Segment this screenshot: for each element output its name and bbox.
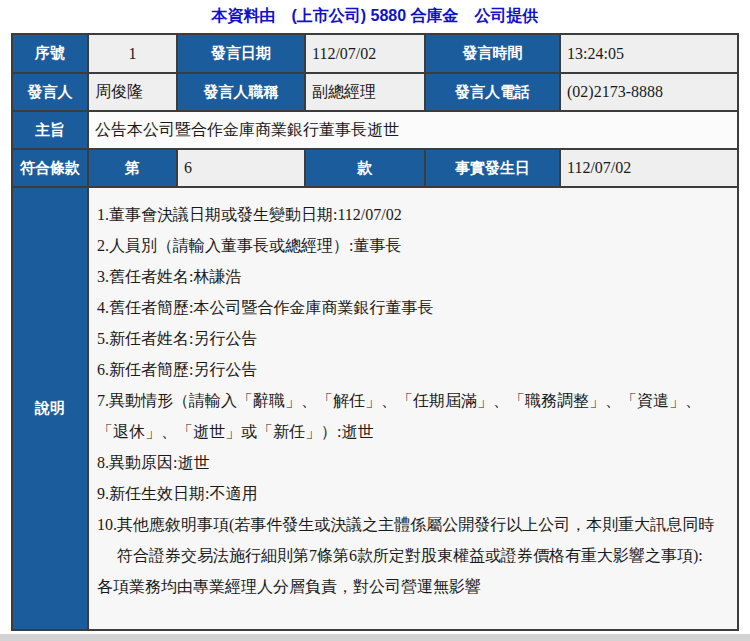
row-subject: 主旨 公告本公司暨合作金庫商業銀行董事長逝世: [12, 111, 738, 149]
description-line: 8.異動原因:逝世: [97, 447, 729, 478]
subject-label: 主旨: [12, 111, 88, 149]
speaker-value: 周俊隆: [88, 73, 177, 111]
speaker-title-label: 發言人職稱: [177, 73, 305, 111]
fact-date-value: 112/07/02: [560, 149, 738, 187]
announce-date-label: 發言日期: [177, 34, 305, 73]
description-line: 1.董事會決議日期或發生變動日期:112/07/02: [97, 199, 729, 230]
clause-item-label: 款: [305, 149, 425, 187]
content-area: 本資料由 (上市公司) 5880 合庫金 公司提供 序號 1 發言日期 112/…: [0, 0, 750, 634]
description-line: 「退休」、「逝世」或「新任」）:逝世: [97, 416, 729, 447]
row-serial: 序號 1 發言日期 112/07/02 發言時間 13:24:05: [12, 34, 738, 73]
announcement-table: 序號 1 發言日期 112/07/02 發言時間 13:24:05 發言人 周俊…: [11, 33, 739, 631]
description-line: 各項業務均由專業經理人分層負責，對公司營運無影響: [97, 571, 729, 602]
row-description: 說明 1.董事會決議日期或發生變動日期:112/07/02 2.人員別（請輸入董…: [12, 187, 738, 630]
serial-value: 1: [88, 34, 177, 73]
speaker-phone-value: (02)2173-8888: [560, 73, 738, 111]
serial-label: 序號: [12, 34, 88, 73]
speaker-title-value: 副總經理: [305, 73, 425, 111]
row-speaker: 發言人 周俊隆 發言人職稱 副總經理 發言人電話 (02)2173-8888: [12, 73, 738, 111]
row-clause: 符合條款 第 6 款 事實發生日 112/07/02: [12, 149, 738, 187]
announce-time-value: 13:24:05: [560, 34, 738, 73]
speaker-label: 發言人: [12, 73, 88, 111]
description-line: 6.新任者簡歷:另行公告: [97, 354, 729, 385]
description-label: 說明: [12, 187, 88, 630]
speaker-phone-label: 發言人電話: [425, 73, 560, 111]
description-line: 2.人員別（請輸入董事長或總經理）:董事長: [97, 230, 729, 261]
subject-value: 公告本公司暨合作金庫商業銀行董事長逝世: [88, 111, 738, 149]
description-line: 9.新任生效日期:不適用: [97, 478, 729, 509]
description-line: 4.舊任者簡歷:本公司暨合作金庫商業銀行董事長: [97, 292, 729, 323]
description-line: 3.舊任者姓名:林謙浩: [97, 261, 729, 292]
description-line: 符合證券交易法施行細則第7條第6款所定對股東權益或證券價格有重大影響之事項):: [97, 540, 729, 571]
announce-time-label: 發言時間: [425, 34, 560, 73]
fact-date-label: 事實發生日: [425, 149, 560, 187]
announce-date-value: 112/07/02: [305, 34, 425, 73]
page-title: 本資料由 (上市公司) 5880 合庫金 公司提供: [0, 0, 750, 33]
description-line: 10.其他應敘明事項(若事件發生或決議之主體係屬公開發行以上公司，本則重大訊息同…: [97, 509, 729, 540]
description-content: 1.董事會決議日期或發生變動日期:112/07/02 2.人員別（請輸入董事長或…: [88, 187, 738, 630]
clause-label: 符合條款: [12, 149, 88, 187]
clause-article-value: 6: [177, 149, 305, 187]
clause-article-label: 第: [88, 149, 177, 187]
description-line: 5.新任者姓名:另行公告: [97, 323, 729, 354]
description-line: 7.異動情形（請輸入「辭職」、「解任」、「任期屆滿」、「職務調整」、「資遣」、: [97, 385, 729, 416]
